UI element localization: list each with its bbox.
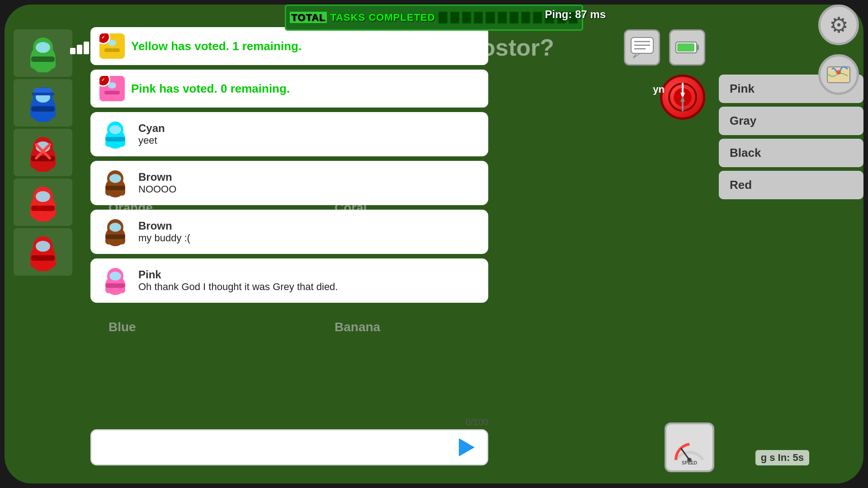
brown-player-name-2: Brown: [138, 220, 190, 232]
char-count: 0/100: [90, 417, 488, 427]
svg-point-30: [36, 241, 50, 252]
svg-point-70: [109, 174, 121, 183]
vote-item-red[interactable]: Red: [719, 171, 863, 199]
chat-input-container: [90, 429, 488, 465]
ping-display: Ping: 87 ms: [545, 8, 606, 21]
brown-avatar-1: [99, 167, 131, 199]
gear-icon: ⚙: [829, 12, 849, 38]
svg-rect-61: [104, 91, 120, 94]
brown-player-name-1: Brown: [138, 171, 176, 183]
pink-vote-text: Pink has voted. 0 remaining.: [131, 82, 290, 96]
sidebar-char-3: [14, 129, 72, 176]
signal-bar-2: [77, 45, 82, 54]
brown-avatar-2: [99, 216, 131, 248]
yellow-vote-text: Yellow has voted. 1 remaining.: [131, 39, 302, 53]
chat-input[interactable]: [92, 431, 451, 464]
svg-rect-67: [105, 137, 125, 141]
brown-chat-content-2: Brown my buddy :(: [138, 220, 190, 244]
svg-rect-42: [697, 45, 699, 50]
pink-player-name: Pink: [138, 268, 338, 281]
task-seg-5: [485, 11, 495, 24]
svg-marker-40: [633, 53, 640, 58]
battery-icon-panel[interactable]: [669, 29, 705, 66]
pink-vote-notification: ✓ Pink has voted. 0 remaining.: [90, 70, 488, 108]
sidebar-char-2: [14, 79, 72, 127]
svg-rect-11: [31, 106, 55, 112]
task-seg-7: [509, 11, 519, 24]
sidebar-char-5: [14, 228, 72, 276]
chat-input-area: 0/100: [90, 417, 488, 465]
brown-crewmate-icon-2: [100, 216, 131, 247]
svg-rect-5: [31, 56, 55, 62]
left-sidebar: [14, 29, 84, 278]
svg-rect-43: [677, 43, 694, 52]
svg-rect-79: [105, 235, 125, 239]
brown-message-text-1: NOOOO: [138, 183, 176, 195]
speed-gauge[interactable]: SPEED: [665, 422, 714, 472]
svg-rect-13: [32, 93, 54, 95]
cyan-avatar: [99, 118, 131, 150]
task-seg-6: [497, 11, 507, 24]
yellow-vote-notification: ✓ Yellow has voted. 1 remaining.: [90, 27, 488, 65]
brown-crewmate-icon-1: [100, 168, 131, 198]
cyan-crewmate-icon: [100, 119, 131, 150]
cyan-chat-content: Cyan yeet: [138, 122, 165, 146]
chat-panel: ✓ Yellow has voted. 1 remaining. ✓ Pink …: [90, 27, 488, 307]
emergency-button[interactable]: [660, 75, 705, 120]
game-timer: g s In: 5s: [755, 450, 809, 465]
sidebar-char-1: [14, 29, 72, 77]
vote-item-black-label: Black: [730, 146, 761, 160]
task-seg-2: [450, 11, 460, 24]
map-button[interactable]: [818, 54, 859, 95]
svg-rect-27: [31, 206, 55, 211]
signal-bar-3: [84, 42, 89, 54]
task-seg-3: [462, 11, 472, 24]
svg-rect-33: [31, 255, 55, 261]
pink-vote-avatar: ✓: [99, 76, 125, 101]
svg-point-24: [36, 191, 50, 202]
task-seg-1: [438, 11, 448, 24]
send-button[interactable]: [451, 431, 487, 464]
bg-name-banana: Banana: [335, 320, 470, 334]
yellow-vote-avatar: ✓: [99, 33, 125, 59]
brown-chat-message-2: Brown my buddy :(: [90, 210, 488, 254]
brown-chat-content-1: Brown NOOOO: [138, 171, 176, 195]
svg-point-76: [109, 223, 121, 232]
chat-panel-icon: [630, 36, 655, 59]
emergency-icon: [667, 81, 698, 113]
game-timer-text: g s In: 5s: [761, 452, 804, 463]
cyan-chat-message: Cyan yeet: [90, 112, 488, 156]
chat-icon-panel[interactable]: [624, 29, 660, 66]
svg-point-35: [836, 70, 841, 75]
vote-item-gray[interactable]: Gray: [719, 107, 863, 135]
svg-rect-19: [31, 156, 55, 161]
svg-rect-85: [105, 283, 125, 288]
pink-message-text: Oh thank God I thought it was Grey that …: [138, 281, 338, 293]
svg-point-2: [36, 42, 50, 53]
settings-button[interactable]: ⚙: [818, 5, 859, 45]
pink-crewmate-icon: [100, 265, 131, 296]
map-icon: [825, 62, 852, 87]
task-seg-8: [521, 11, 531, 24]
svg-rect-55: [104, 48, 120, 52]
task-seg-4: [473, 11, 483, 24]
vote-item-gray-label: Gray: [730, 114, 756, 128]
cyan-message-text: yeet: [138, 135, 165, 146]
task-label-highlight: TOTAL: [290, 12, 327, 23]
pink-chat-message: Pink Oh thank God I thought it was Grey …: [90, 258, 488, 303]
brown-chat-message-1: Brown NOOOO: [90, 161, 488, 205]
svg-point-82: [109, 272, 121, 281]
cyan-player-name: Cyan: [138, 122, 165, 135]
signal-bar-1: [70, 48, 75, 54]
vote-item-pink-label: Pink: [730, 82, 755, 96]
send-arrow-icon: [459, 438, 475, 456]
vote-item-black[interactable]: Black: [719, 139, 863, 167]
task-seg-9: [533, 11, 542, 24]
pink-avatar: [99, 265, 131, 296]
emergency-area: [660, 75, 714, 120]
bg-name-blue: Blue: [108, 320, 244, 334]
svg-point-64: [109, 125, 121, 134]
sidebar-char-4: [14, 178, 72, 226]
speedometer-icon: SPEED: [671, 431, 708, 465]
task-bar-container: TOTAL TASKS COMPLETED: [285, 5, 583, 31]
